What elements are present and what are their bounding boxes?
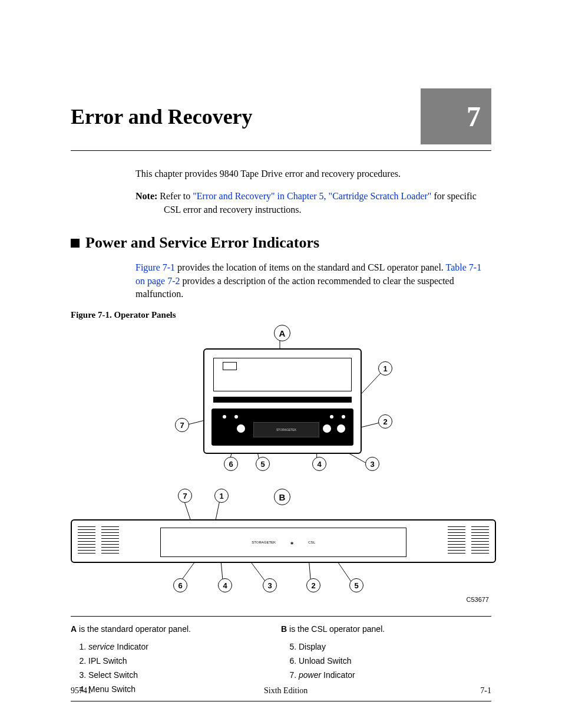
callout-b-1: 1 [214, 489, 229, 503]
legend-sep-top [71, 616, 491, 617]
callout-b-3: 3 [263, 578, 277, 592]
section-text-2: provides a description of the action rec… [135, 276, 454, 299]
legend-item-2: IPL Switch [88, 654, 281, 668]
figure-label-a: A [274, 325, 290, 341]
callout-a-2: 2 [378, 414, 392, 429]
legend-a-label: A [71, 624, 77, 634]
legend-item-7: power Indicator [299, 668, 491, 683]
figure-legend: A is the standard operator panel. servic… [71, 622, 491, 696]
footer-left: 95741 [71, 686, 91, 696]
legend-item-5: Display [299, 640, 491, 654]
legend-sep-bottom [71, 701, 491, 701]
callout-a-7: 7 [175, 418, 189, 432]
intro-paragraph: This chapter provides 9840 Tape Drive er… [135, 167, 491, 180]
legend-item-1: service Indicator [88, 640, 281, 654]
callout-b-7: 7 [178, 489, 192, 503]
figure-diagram: A STORAGETEK 1 2 3 4 5 6 7 B 7 [71, 325, 491, 614]
legend-item-3: Select Switch [88, 668, 281, 683]
section-bullet-icon [71, 239, 80, 248]
divider [71, 150, 491, 151]
legend-b-desc: is the CSL operator panel. [287, 624, 385, 634]
callout-a-5: 5 [256, 457, 270, 471]
footer-center: Sixth Edition [264, 686, 308, 696]
section-title: Power and Service Error Indicators [85, 234, 319, 252]
callout-a-1: 1 [378, 361, 392, 375]
panel-brand: STORAGETEK [252, 541, 276, 544]
page-footer: 95741 Sixth Edition 7-1 [71, 686, 491, 696]
figure-title: Figure 7-1. Operator Panels [71, 310, 491, 320]
figure-code: C53677 [466, 596, 489, 603]
note-label: Note: [135, 191, 157, 201]
callout-b-5: 5 [349, 578, 363, 592]
callout-a-6: 6 [224, 457, 238, 471]
callout-a-4: 4 [312, 457, 326, 471]
operator-panel-a: STORAGETEK [203, 348, 362, 454]
figure-ref-link[interactable]: Figure 7-1 [135, 262, 175, 272]
chapter-title: Error and Recovery [71, 104, 253, 129]
note-link[interactable]: "Error and Recovery" in Chapter 5, "Cart… [193, 191, 431, 201]
note-prefix: Refer to [160, 191, 193, 201]
legend-b-label: B [281, 624, 287, 634]
callout-b-4: 4 [218, 578, 232, 592]
legend-item-6: Unload Switch [299, 654, 491, 668]
note-paragraph: Note: Refer to "Error and Recovery" in C… [135, 190, 491, 216]
section-paragraph: Figure 7-1 provides the location of item… [135, 261, 491, 301]
legend-a-desc: is the standard operator panel. [77, 624, 191, 634]
callout-b-2: 2 [306, 578, 320, 592]
callout-b-6: 6 [173, 578, 187, 592]
callout-a-3: 3 [365, 457, 379, 471]
footer-right: 7-1 [480, 686, 491, 696]
operator-panel-b: STORAGETEK ◉ CSL [71, 519, 496, 563]
figure-label-b: B [274, 489, 290, 505]
chapter-number-badge: 7 [421, 88, 491, 144]
panel-csl: CSL [308, 541, 315, 544]
display-a: STORAGETEK [253, 422, 319, 437]
section-text-1: provides the location of items on the st… [175, 262, 445, 272]
